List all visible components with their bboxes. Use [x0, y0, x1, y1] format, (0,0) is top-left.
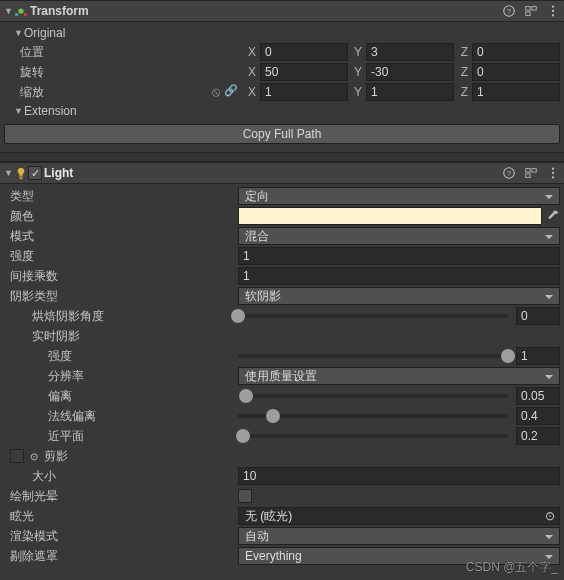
size-field[interactable] [238, 467, 560, 485]
flare-field[interactable]: 无 (眩光) [238, 507, 560, 525]
shadow-type-dropdown[interactable]: 软阴影 [238, 287, 560, 305]
svg-rect-17 [526, 174, 530, 178]
bias-label: 偏离 [4, 388, 238, 405]
svg-point-0 [18, 8, 23, 13]
intensity-field[interactable] [238, 247, 560, 265]
bias-value[interactable] [516, 387, 560, 405]
baked-angle-label: 烘焙阴影角度 [4, 308, 238, 325]
foldout-icon: ▼ [14, 28, 24, 38]
light-icon [14, 166, 28, 180]
svg-point-19 [552, 172, 554, 174]
render-mode-label: 渲染模式 [4, 528, 238, 545]
foldout-icon: ▼ [14, 106, 24, 116]
transform-title: Transform [30, 4, 502, 18]
render-mode-dropdown[interactable]: 自动 [238, 527, 560, 545]
baked-angle-value[interactable] [516, 307, 560, 325]
svg-text:?: ? [507, 169, 512, 178]
transform-body: ▼ Original 位置 X Y Z 旋转 X Y Z 缩放 [0, 22, 564, 152]
position-y[interactable] [366, 43, 454, 61]
strength-label: 强度 [4, 348, 238, 365]
size-label: 大小 [4, 468, 238, 485]
svg-point-8 [552, 5, 554, 7]
separator [0, 152, 564, 162]
position-x[interactable] [260, 43, 348, 61]
svg-rect-16 [532, 169, 536, 173]
near-plane-label: 近平面 [4, 428, 238, 445]
svg-text:?: ? [507, 7, 512, 16]
cookie-thumb[interactable] [10, 449, 24, 463]
indirect-label: 间接乘数 [4, 268, 238, 285]
svg-rect-12 [20, 178, 23, 179]
type-label: 类型 [4, 188, 238, 205]
strength-value[interactable] [516, 347, 560, 365]
preset-icon[interactable] [524, 4, 538, 18]
resolution-dropdown[interactable]: 使用质量设置 [238, 367, 560, 385]
original-label: Original [24, 26, 65, 40]
watermark: CSDN @五个字_ [466, 559, 558, 576]
intensity-label: 强度 [4, 248, 238, 265]
halo-label: 绘制光晕 [4, 488, 238, 505]
svg-point-2 [24, 13, 28, 17]
axis-y-label: Y [352, 45, 362, 59]
extension-header[interactable]: ▼ Extension [4, 102, 560, 120]
light-title: Light [44, 166, 502, 180]
rotation-x[interactable] [260, 63, 348, 81]
svg-point-1 [15, 13, 19, 17]
foldout-icon[interactable]: ▼ [4, 168, 14, 178]
kebab-icon[interactable] [546, 166, 560, 180]
transform-icon [14, 4, 28, 18]
help-icon[interactable]: ? [502, 166, 516, 180]
svg-rect-6 [532, 7, 536, 11]
normal-bias-slider[interactable] [238, 414, 508, 418]
extension-label: Extension [24, 104, 77, 118]
rotation-label: 旋转 [4, 64, 238, 81]
position-z[interactable] [472, 43, 560, 61]
svg-rect-5 [526, 7, 530, 11]
baked-angle-slider[interactable] [238, 314, 508, 318]
rotation-y[interactable] [366, 63, 454, 81]
kebab-icon[interactable] [546, 4, 560, 18]
svg-rect-7 [526, 12, 530, 16]
eyedropper-icon[interactable] [546, 209, 560, 223]
scale-x[interactable] [260, 83, 348, 101]
resolution-label: 分辨率 [4, 368, 238, 385]
color-label: 颜色 [4, 208, 238, 225]
rotation-z[interactable] [472, 63, 560, 81]
type-dropdown[interactable]: 定向 [238, 187, 560, 205]
scale-label: 缩放 [4, 84, 212, 101]
light-body: 类型 定向 颜色 模式 混合 强度 间接乘数 阴影类型 软阴影 烘焙阴影角度 实… [0, 184, 564, 572]
svg-point-10 [552, 14, 554, 16]
svg-rect-15 [526, 169, 530, 173]
transform-header[interactable]: ▼ Transform ? [0, 0, 564, 22]
strength-slider[interactable] [238, 354, 508, 358]
mode-dropdown[interactable]: 混合 [238, 227, 560, 245]
culling-label: 剔除遮罩 [4, 548, 238, 565]
scale-z[interactable] [472, 83, 560, 101]
svg-point-20 [552, 176, 554, 178]
near-plane-slider[interactable] [238, 434, 508, 438]
light-enabled-checkbox[interactable] [28, 166, 42, 180]
foldout-icon[interactable]: ▼ [4, 6, 14, 16]
axis-x-label: X [246, 45, 256, 59]
indirect-field[interactable] [238, 267, 560, 285]
axis-z-label: Z [458, 45, 468, 59]
bias-slider[interactable] [238, 394, 508, 398]
cookie-row: ⊙ 剪影 [4, 448, 238, 465]
copy-full-path-button[interactable]: Copy Full Path [4, 124, 560, 144]
preset-icon[interactable] [524, 166, 538, 180]
normal-bias-value[interactable] [516, 407, 560, 425]
original-header[interactable]: ▼ Original [4, 24, 560, 42]
visibility-off-icon[interactable]: ⦸ [212, 84, 220, 100]
lock-icon[interactable]: 🔗 [224, 84, 238, 100]
flare-label: 眩光 [4, 508, 238, 525]
scale-y[interactable] [366, 83, 454, 101]
color-field[interactable] [238, 207, 542, 225]
light-header[interactable]: ▼ Light ? [0, 162, 564, 184]
near-plane-value[interactable] [516, 427, 560, 445]
svg-rect-11 [19, 177, 23, 178]
halo-checkbox[interactable] [238, 489, 252, 503]
mode-label: 模式 [4, 228, 238, 245]
help-icon[interactable]: ? [502, 4, 516, 18]
normal-bias-label: 法线偏离 [4, 408, 238, 425]
svg-point-18 [552, 167, 554, 169]
